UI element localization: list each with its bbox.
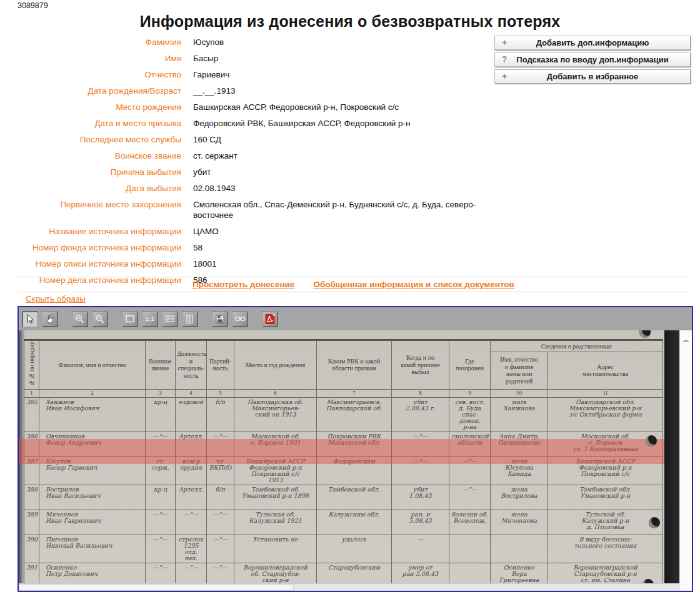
cell-lost: убит 1.08.43 xyxy=(392,485,449,510)
table-row: 385 Ханжнов Иван Иосифович кр-ц ездовой … xyxy=(24,397,663,432)
table-row: 386 Овчинников Федор Андреевич —"— Артел… xyxy=(24,432,663,456)
pdf-export-button[interactable] xyxy=(262,311,278,327)
field-row: Причина выбытия убит xyxy=(18,167,492,178)
record-id: 3089879 xyxy=(18,1,48,10)
cell-address: Павлодарской обл. Максимгорьевский р-н з… xyxy=(548,397,663,432)
save-button[interactable] xyxy=(212,311,228,327)
field-label: Дата выбытия xyxy=(18,184,181,194)
action-button[interactable]: + Добавить в избранное xyxy=(494,69,691,84)
field-value: Юсупов xyxy=(193,37,224,48)
cell-buried: болезни об. Всеволож. xyxy=(449,510,491,535)
field-row: Последнее место службы 160 СД xyxy=(18,135,492,146)
cell-birth: Башкирской АССР Федоровский р-н Покровск… xyxy=(234,456,317,485)
fit-height-icon xyxy=(184,313,196,325)
field-label: Место рождения xyxy=(18,102,181,112)
cell-drafted: Покровским РВК Московской обл. xyxy=(317,432,392,456)
fit-height-button[interactable] xyxy=(182,311,198,327)
toolbar-group-zoom xyxy=(72,311,112,327)
field-row: Название источника информации ЦАМО xyxy=(18,227,492,237)
cell-name: Ханжнов Иван Иосифович xyxy=(39,397,146,432)
actual-size-icon: 1:1 xyxy=(146,316,155,322)
cell-buried: —"— xyxy=(449,485,491,510)
cell-number: 387 xyxy=(24,456,39,485)
scroll-up-icon[interactable]: ⌃ xyxy=(681,340,691,347)
action-button-label: Добавить в избранное xyxy=(514,72,671,81)
cell-party: —"— xyxy=(207,432,234,456)
scan-right-edge xyxy=(664,330,679,591)
field-label: Первичное место захоронения xyxy=(18,200,181,210)
cell-drafted: удалось xyxy=(317,535,392,563)
column-number: 2 xyxy=(39,389,146,397)
action-button-icon: + xyxy=(495,70,514,83)
cell-rank: кр-ц xyxy=(146,485,176,510)
col-header-buried: Где похоронен xyxy=(449,340,491,390)
col-header-name: Фамилия, имя и отчество xyxy=(39,340,146,390)
cell-address: В виду бессозна- тельного состояния xyxy=(548,535,663,563)
zoom-in-button[interactable] xyxy=(72,311,88,327)
horizontal-scroll-thumb[interactable] xyxy=(19,585,294,591)
cell-duty: стрелок 1295 отд. пех. xyxy=(176,535,207,563)
fit-width-button[interactable] xyxy=(162,311,178,327)
column-number: 6 xyxy=(234,389,317,397)
cell-party: б/п xyxy=(207,485,234,510)
field-value: Федоровский РВК, Башкирская АССР, Федоро… xyxy=(193,119,410,129)
hide-images-link[interactable]: Скрыть образы xyxy=(26,294,86,303)
column-number: 7 xyxy=(317,389,392,397)
column-number: 4 xyxy=(176,389,207,397)
cell-birth: Московской об. с. Боровок 1901 xyxy=(234,432,317,456)
record-page: 3089879 Информация из донесения о безвоз… xyxy=(0,0,700,592)
cell-address: Тамбовской обл. Умановский р-н xyxy=(548,485,663,510)
cell-rank: —"— xyxy=(146,535,176,563)
field-value: __.__.1913 xyxy=(193,86,236,97)
cell-lost: —"— xyxy=(392,456,449,485)
field-value: убит xyxy=(193,167,211,178)
col-header-rank: Военное звание xyxy=(146,340,176,390)
cell-duty: Артелл. xyxy=(176,432,207,456)
hole-punch xyxy=(649,517,660,528)
fit-page-button[interactable] xyxy=(122,311,138,327)
view-report-link[interactable]: Просмотреть донесение xyxy=(192,280,294,289)
fit-page-icon xyxy=(124,313,136,325)
table-header-row: №№ по порядку Фамилия, имя и отчество Во… xyxy=(24,340,663,352)
cell-duty: ездовой xyxy=(176,397,207,432)
column-number: 9 xyxy=(449,389,491,397)
cell-relative: Анна Дмитр. Овчинникова xyxy=(491,432,548,456)
cell-buried: смоленской области xyxy=(449,432,491,456)
pan-tool-button[interactable] xyxy=(42,311,58,327)
action-button[interactable]: ? Подсказка по вводу доп.информации xyxy=(494,52,691,67)
field-row: Воинское звание ст. сержант xyxy=(18,151,492,162)
record-form: Фамилия Юсупов Имя Басыр Отчество Гариев… xyxy=(18,37,492,292)
cell-address: Тульской об. Калужский р-н д. Птоловка xyxy=(548,510,663,535)
cell-rank: —"— xyxy=(146,432,176,456)
cell-duty: ком-р орудия xyxy=(176,456,207,485)
cell-birth: Павлодарская об. Максимгорьев- ский он 1… xyxy=(234,397,317,432)
link-button[interactable] xyxy=(232,311,248,327)
col-header-party: Партий- ность xyxy=(207,340,234,390)
scanned-document-area[interactable]: №№ по порядку Фамилия, имя и отчество Во… xyxy=(19,330,692,591)
field-row: Первичное место захоронения Смоленская о… xyxy=(18,200,492,220)
field-row: Дата и место призыва Федоровский РВК, Ба… xyxy=(18,119,492,129)
cell-birth: Установить не xyxy=(234,535,317,563)
action-button-label: Подсказка по вводу доп.информации xyxy=(514,55,671,64)
field-label: Имя xyxy=(18,54,181,64)
page-title: Информация из донесения о безвозвратных … xyxy=(0,12,700,31)
field-value: Башкирская АССР, Федоровский р-н, Покров… xyxy=(193,102,399,113)
field-row: Дата рождения/Возраст __.__.1913 xyxy=(18,86,492,97)
cell-number: 389 xyxy=(24,510,39,535)
field-row: Место рождения Башкирская АССР, Федоровс… xyxy=(18,102,492,113)
actual-size-button[interactable]: 1:1 xyxy=(142,311,158,327)
zoom-out-button[interactable] xyxy=(92,311,108,327)
field-label: Последнее место службы xyxy=(18,135,181,145)
action-button[interactable]: + Добавить доп.информацию xyxy=(494,36,691,50)
column-number: 5 xyxy=(207,389,234,397)
summary-documents-link[interactable]: Обобщенная информация и список документо… xyxy=(313,280,514,289)
horizontal-scrollbar[interactable] xyxy=(19,583,679,591)
vertical-scrollbar[interactable]: ⌃ xyxy=(679,330,692,591)
cell-drafted: Тамбовской обл. xyxy=(317,485,392,510)
cell-drafted: Федоровским xyxy=(317,456,392,485)
field-value: ЦАМО xyxy=(193,227,219,237)
pointer-tool-button[interactable] xyxy=(22,311,38,327)
cell-number: 388 xyxy=(24,485,39,510)
action-button-icon: ? xyxy=(495,53,514,66)
cell-lost: ран. и 5.08.43 xyxy=(392,510,449,535)
